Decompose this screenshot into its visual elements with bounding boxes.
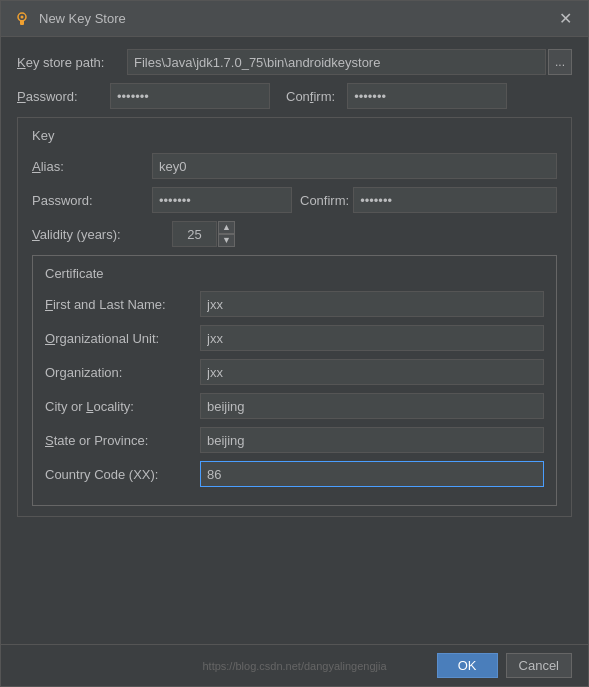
- password-input[interactable]: [110, 83, 270, 109]
- browse-button[interactable]: ...: [548, 49, 572, 75]
- first-last-label: First and Last Name:: [45, 297, 200, 312]
- org-unit-row: Organizational Unit:: [45, 325, 544, 351]
- org-label: Organization:: [45, 365, 200, 380]
- key-password-input[interactable]: [152, 187, 292, 213]
- state-label: State or Province:: [45, 433, 200, 448]
- key-confirm-label: Confirm:: [300, 193, 349, 208]
- city-row: City or Locality:: [45, 393, 544, 419]
- close-button[interactable]: ✕: [555, 9, 576, 29]
- org-input[interactable]: [200, 359, 544, 385]
- key-password-label: Password:: [32, 193, 152, 208]
- watermark: https://blog.csdn.net/dangyalingengjia: [202, 660, 386, 672]
- state-input[interactable]: [200, 427, 544, 453]
- alias-row: Alias:: [32, 153, 557, 179]
- alias-input[interactable]: [152, 153, 557, 179]
- first-last-row: First and Last Name:: [45, 291, 544, 317]
- alias-label: Alias:: [32, 159, 152, 174]
- cancel-button[interactable]: Cancel: [506, 653, 572, 678]
- spinner-up-button[interactable]: ▲: [218, 221, 235, 234]
- certificate-section: Certificate First and Last Name: Organiz…: [32, 255, 557, 506]
- dialog-footer: https://blog.csdn.net/dangyalingengjia O…: [1, 644, 588, 686]
- keystore-path-label: Key store path:: [17, 55, 127, 70]
- city-input[interactable]: [200, 393, 544, 419]
- svg-rect-1: [20, 20, 24, 25]
- certificate-title: Certificate: [45, 266, 544, 281]
- confirm-label: Confirm:: [286, 89, 335, 104]
- country-input[interactable]: [200, 461, 544, 487]
- svg-point-2: [21, 15, 24, 18]
- key-section-title: Key: [32, 128, 557, 143]
- keystore-path-row: Key store path: ...: [17, 49, 572, 75]
- country-label: Country Code (XX):: [45, 467, 200, 482]
- state-row: State or Province:: [45, 427, 544, 453]
- password-label: Password:: [17, 89, 102, 104]
- validity-label: Validity (years):: [32, 227, 172, 242]
- new-keystore-dialog: New Key Store ✕ Key store path: ... Pass…: [0, 0, 589, 687]
- ok-button[interactable]: OK: [437, 653, 498, 678]
- keystore-icon: [13, 10, 31, 28]
- validity-row: Validity (years): ▲ ▼: [32, 221, 557, 247]
- key-confirm-input[interactable]: [353, 187, 557, 213]
- org-unit-input[interactable]: [200, 325, 544, 351]
- confirm-input[interactable]: [347, 83, 507, 109]
- dialog-content: Key store path: ... Password: Confirm: K…: [1, 37, 588, 644]
- country-row: Country Code (XX):: [45, 461, 544, 487]
- city-label: City or Locality:: [45, 399, 200, 414]
- spinner-buttons: ▲ ▼: [218, 221, 235, 247]
- password-row: Password: Confirm:: [17, 83, 572, 109]
- title-bar: New Key Store ✕: [1, 1, 588, 37]
- key-section: Key Alias: Password: Confirm: Validity (…: [17, 117, 572, 517]
- spinner-down-button[interactable]: ▼: [218, 234, 235, 247]
- dialog-title: New Key Store: [39, 11, 126, 26]
- keystore-path-input[interactable]: [127, 49, 546, 75]
- title-left: New Key Store: [13, 10, 126, 28]
- validity-input[interactable]: [172, 221, 217, 247]
- org-unit-label: Organizational Unit:: [45, 331, 200, 346]
- key-password-row: Password: Confirm:: [32, 187, 557, 213]
- first-last-input[interactable]: [200, 291, 544, 317]
- validity-spinner: ▲ ▼: [172, 221, 235, 247]
- org-row: Organization:: [45, 359, 544, 385]
